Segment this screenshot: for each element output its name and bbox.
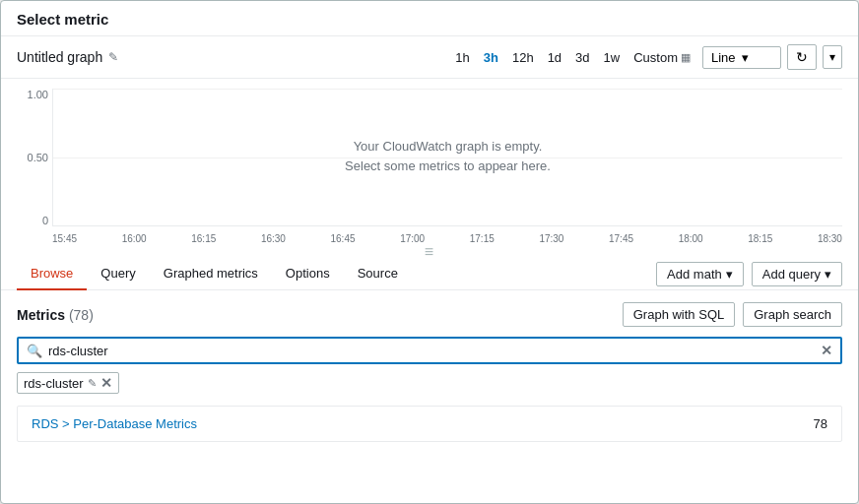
x-label-7: 17:15 xyxy=(470,233,495,244)
tab-browse-label: Browse xyxy=(31,266,73,281)
chart-canvas: 1.00 0.50 0 Your CloudWatch graph is emp… xyxy=(17,89,842,246)
time-btn-1w[interactable]: 1w xyxy=(598,47,627,68)
add-query-label: Add query xyxy=(762,267,821,282)
graph-with-sql-button[interactable]: Graph with SQL xyxy=(623,302,736,327)
more-options-button[interactable]: ▾ xyxy=(823,45,842,69)
graph-toolbar: Untitled graph ✎ 1h 3h 12h 1d 3d 1w Cust… xyxy=(1,36,858,79)
tab-options-label: Options xyxy=(286,266,330,281)
tabs-right: Add math ▾ Add query ▾ xyxy=(656,262,842,286)
x-axis: 15:45 16:00 16:15 16:30 16:45 17:00 17:1… xyxy=(52,233,842,244)
result-path: RDS > Per-Database Metrics xyxy=(32,416,197,431)
chart-empty-message: Your CloudWatch graph is empty. Select s… xyxy=(345,137,551,178)
graph-title-area: Untitled graph ✎ xyxy=(17,49,118,65)
x-label-11: 18:15 xyxy=(748,233,772,244)
time-btn-3h[interactable]: 3h xyxy=(478,47,504,68)
x-label-12: 18:30 xyxy=(818,233,842,244)
chart-type-select[interactable]: Line ▾ xyxy=(702,46,781,69)
metrics-section: Metrics (78) Graph with SQL Graph search… xyxy=(1,290,858,454)
y-label-2: 0.50 xyxy=(28,152,48,163)
tab-source-label: Source xyxy=(358,266,398,281)
x-label-5: 16:45 xyxy=(331,233,356,244)
search-input[interactable] xyxy=(48,344,815,358)
metrics-action-buttons: Graph with SQL Graph search xyxy=(623,302,842,327)
metrics-count: (78) xyxy=(69,307,94,323)
time-btn-12h[interactable]: 12h xyxy=(506,47,540,68)
search-clear-icon[interactable]: ✕ xyxy=(821,343,832,358)
x-label-2: 16:00 xyxy=(122,233,147,244)
filter-tag: rds-cluster ✎ ✕ xyxy=(17,372,119,394)
result-count: 78 xyxy=(814,416,827,431)
modal-header: Select metric xyxy=(1,1,858,36)
tag-remove-icon[interactable]: ✕ xyxy=(100,375,112,391)
custom-label: Custom xyxy=(633,50,678,65)
x-label-8: 17:30 xyxy=(539,233,563,244)
add-math-icon: ▾ xyxy=(726,267,733,282)
y-axis: 1.00 0.50 0 xyxy=(17,89,52,226)
metrics-title-text: Metrics xyxy=(17,307,65,323)
chart-type-dropdown-icon: ▾ xyxy=(742,50,749,65)
tabs-left: Browse Query Graphed metrics Options Sou… xyxy=(17,258,412,289)
tab-source[interactable]: Source xyxy=(344,258,412,290)
chart-empty-line1: Your CloudWatch graph is empty. xyxy=(345,137,551,158)
time-btn-custom[interactable]: Custom ▦ xyxy=(628,47,696,68)
tab-graphed-metrics[interactable]: Graphed metrics xyxy=(150,258,272,290)
time-btn-1d[interactable]: 1d xyxy=(542,47,567,68)
x-label-1: 15:45 xyxy=(52,233,77,244)
add-math-label: Add math xyxy=(667,267,722,282)
tag-label: rds-cluster xyxy=(24,376,84,391)
y-label-1: 1.00 xyxy=(28,89,48,100)
time-controls: 1h 3h 12h 1d 3d 1w Custom ▦ xyxy=(449,47,696,68)
x-label-3: 16:15 xyxy=(191,233,216,244)
tags-row: rds-cluster ✎ ✕ xyxy=(17,372,842,394)
grid-line-top xyxy=(53,89,842,90)
tab-query[interactable]: Query xyxy=(87,258,149,290)
graph-title-edit-icon[interactable]: ✎ xyxy=(108,50,118,64)
x-label-9: 17:45 xyxy=(609,233,633,244)
result-item[interactable]: RDS > Per-Database Metrics 78 xyxy=(18,407,841,441)
time-btn-1h[interactable]: 1h xyxy=(449,47,475,68)
metrics-title: Metrics (78) xyxy=(17,307,94,323)
tab-options[interactable]: Options xyxy=(272,258,344,290)
chart-area: 1.00 0.50 0 Your CloudWatch graph is emp… xyxy=(1,79,858,246)
time-btn-3d[interactable]: 3d xyxy=(569,47,595,68)
calendar-icon: ▦ xyxy=(681,51,691,64)
tag-edit-icon[interactable]: ✎ xyxy=(88,377,97,390)
chart-empty-line2: Select some metrics to appear here. xyxy=(345,158,551,178)
toolbar-right: 1h 3h 12h 1d 3d 1w Custom ▦ Line ▾ ↻ ▾ xyxy=(449,44,842,70)
tab-graphed-metrics-label: Graphed metrics xyxy=(164,266,258,281)
search-box: 🔍 ✕ xyxy=(17,337,842,364)
modal-title: Select metric xyxy=(17,11,108,28)
chart-plot: Your CloudWatch graph is empty. Select s… xyxy=(52,89,842,226)
tabs-bar: Browse Query Graphed metrics Options Sou… xyxy=(1,258,858,290)
resize-handle[interactable]: ≡ xyxy=(1,246,858,258)
x-label-6: 17:00 xyxy=(400,233,425,244)
search-icon: 🔍 xyxy=(27,344,42,358)
add-math-button[interactable]: Add math ▾ xyxy=(656,262,744,286)
graph-search-button[interactable]: Graph search xyxy=(743,302,842,327)
graph-title-text: Untitled graph xyxy=(17,49,102,65)
refresh-button[interactable]: ↻ xyxy=(787,44,817,70)
chart-type-value: Line xyxy=(711,50,736,65)
tab-browse[interactable]: Browse xyxy=(17,258,87,290)
add-query-button[interactable]: Add query ▾ xyxy=(752,262,842,286)
add-query-icon: ▾ xyxy=(825,267,831,282)
metrics-header: Metrics (78) Graph with SQL Graph search xyxy=(17,302,842,327)
results-list: RDS > Per-Database Metrics 78 xyxy=(17,406,842,442)
x-label-4: 16:30 xyxy=(261,233,286,244)
tab-query-label: Query xyxy=(100,266,135,281)
y-label-3: 0 xyxy=(42,215,48,226)
x-label-10: 18:00 xyxy=(679,233,703,244)
select-metric-modal: Select metric Untitled graph ✎ 1h 3h 12h… xyxy=(0,0,859,504)
